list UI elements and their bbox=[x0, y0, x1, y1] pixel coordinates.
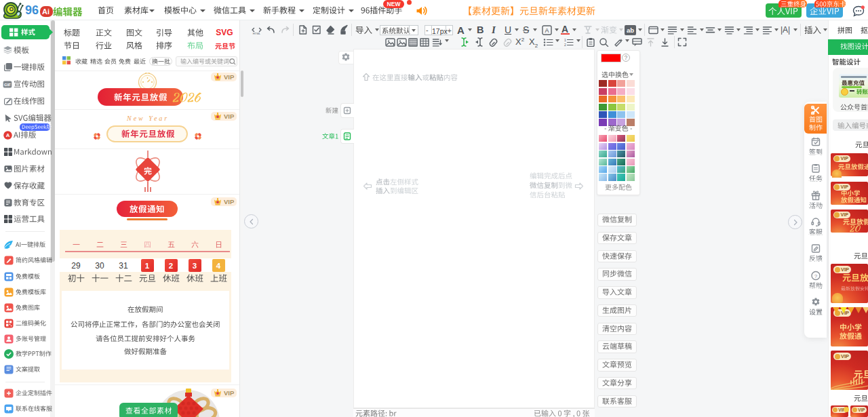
svg-text:HTML: HTML bbox=[253, 32, 261, 35]
svg-text:GIF: GIF bbox=[4, 83, 11, 87]
svg-text:A: A bbox=[545, 27, 549, 34]
svg-text:A: A bbox=[6, 132, 10, 138]
svg-text:2: 2 bbox=[564, 43, 566, 47]
svg-text:?: ? bbox=[814, 273, 817, 279]
svg-text:1: 1 bbox=[564, 38, 566, 42]
